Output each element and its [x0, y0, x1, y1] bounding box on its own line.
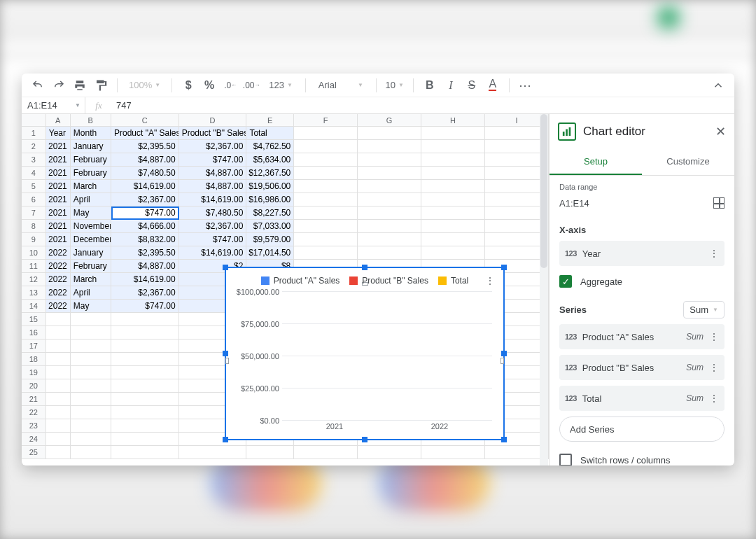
- cell[interactable]: [294, 206, 358, 220]
- cell[interactable]: [294, 167, 358, 180]
- cell[interactable]: Product "A" Sales: [111, 127, 179, 140]
- series-chip[interactable]: 123Product "A" SalesSum⋮: [559, 324, 724, 349]
- cell[interactable]: 2021: [46, 206, 71, 220]
- row-header[interactable]: 19: [22, 366, 46, 379]
- resize-handle[interactable]: [362, 265, 368, 270]
- cell[interactable]: $7,033.00: [246, 220, 294, 233]
- undo-button[interactable]: [29, 76, 47, 94]
- cell[interactable]: $4,762.50: [246, 140, 294, 153]
- cell[interactable]: $2,367.00: [111, 286, 179, 300]
- cell[interactable]: [294, 127, 358, 140]
- vertical-scrollbar[interactable]: [540, 114, 548, 465]
- cell[interactable]: [421, 153, 485, 167]
- row-header[interactable]: 12: [22, 273, 46, 286]
- formula-input[interactable]: 747: [112, 100, 734, 111]
- cell[interactable]: 2022: [46, 260, 71, 273]
- cell[interactable]: $12,367.50: [246, 167, 294, 180]
- column-header[interactable]: A: [46, 114, 71, 126]
- resize-handle[interactable]: [223, 265, 228, 270]
- cell[interactable]: $14,619.00: [179, 193, 247, 206]
- cell[interactable]: $4,666.00: [111, 220, 179, 233]
- resize-handle[interactable]: [223, 351, 228, 356]
- cell[interactable]: $14,619.00: [111, 180, 179, 193]
- cell[interactable]: [111, 379, 179, 393]
- kebab-icon[interactable]: ⋮: [709, 362, 719, 373]
- cell[interactable]: $17,014.50: [246, 246, 294, 260]
- cell[interactable]: 2022: [46, 300, 71, 313]
- format-percent-button[interactable]: %: [200, 76, 218, 94]
- cell[interactable]: [421, 233, 485, 246]
- cell[interactable]: $7,480.50: [179, 206, 247, 220]
- resize-handle[interactable]: [501, 437, 507, 442]
- cell[interactable]: [294, 246, 358, 260]
- close-sidebar-button[interactable]: ✕: [715, 124, 726, 139]
- row-header[interactable]: 7: [22, 206, 46, 220]
- cell[interactable]: $747.00: [179, 153, 247, 167]
- cell[interactable]: [46, 366, 71, 379]
- kebab-icon[interactable]: ⋮: [709, 248, 719, 259]
- cell[interactable]: 2022: [46, 273, 71, 286]
- row-header[interactable]: 24: [22, 433, 46, 446]
- cell[interactable]: [421, 140, 485, 153]
- cell[interactable]: [71, 313, 111, 326]
- cell[interactable]: [46, 393, 71, 406]
- row-header[interactable]: 5: [22, 180, 46, 193]
- cell[interactable]: Total: [246, 127, 294, 140]
- column-header[interactable]: B: [71, 114, 111, 126]
- cell[interactable]: [71, 446, 111, 459]
- cell[interactable]: [294, 140, 358, 153]
- row-header[interactable]: 2: [22, 140, 46, 153]
- xaxis-chip[interactable]: 123 Year ⋮: [559, 241, 724, 266]
- collapse-toolbar-button[interactable]: [709, 76, 727, 94]
- cell[interactable]: [71, 366, 111, 379]
- scrollbar-thumb[interactable]: [540, 114, 547, 268]
- bold-button[interactable]: B: [421, 76, 439, 94]
- cell[interactable]: April: [71, 193, 111, 206]
- paint-format-button[interactable]: [92, 76, 110, 94]
- cell[interactable]: [294, 446, 358, 459]
- text-color-button[interactable]: A: [484, 76, 502, 94]
- cell[interactable]: $8,832.00: [111, 233, 179, 246]
- cell[interactable]: $7,480.50: [111, 167, 179, 180]
- cell[interactable]: $4,887.00: [111, 260, 179, 273]
- cell[interactable]: [358, 246, 421, 260]
- cell[interactable]: [421, 446, 485, 459]
- cell[interactable]: [421, 167, 485, 180]
- cell[interactable]: February: [71, 167, 111, 180]
- cell[interactable]: 2021: [46, 167, 71, 180]
- cell[interactable]: March: [71, 180, 111, 193]
- cell[interactable]: [421, 220, 485, 233]
- cell[interactable]: [111, 393, 179, 406]
- cell[interactable]: [111, 419, 179, 433]
- crop-handle[interactable]: [500, 358, 504, 364]
- cell[interactable]: [294, 220, 358, 233]
- series-chip[interactable]: 123Product "B" SalesSum⋮: [559, 355, 724, 380]
- select-range-icon[interactable]: [713, 197, 724, 209]
- cell[interactable]: $747.00: [179, 233, 247, 246]
- cell[interactable]: [421, 246, 485, 260]
- series-chip[interactable]: 123TotalSum⋮: [559, 386, 724, 411]
- cell[interactable]: [111, 340, 179, 353]
- cell[interactable]: $9,579.00: [246, 233, 294, 246]
- cell[interactable]: [358, 233, 421, 246]
- cell[interactable]: [111, 366, 179, 379]
- chart-options-menu[interactable]: ⋮: [485, 275, 495, 286]
- cell[interactable]: [358, 127, 421, 140]
- cell[interactable]: $2,367.00: [111, 193, 179, 206]
- cell[interactable]: [358, 206, 421, 220]
- cell[interactable]: $8,227.50: [246, 206, 294, 220]
- cell[interactable]: [71, 353, 111, 366]
- cell[interactable]: [46, 340, 71, 353]
- row-header[interactable]: 10: [22, 246, 46, 260]
- add-series-button[interactable]: Add Series: [559, 416, 724, 442]
- redo-button[interactable]: [50, 76, 68, 94]
- cell[interactable]: [46, 313, 71, 326]
- cell[interactable]: 2021: [46, 233, 71, 246]
- number-format-dropdown[interactable]: 123 ▼: [263, 76, 298, 94]
- cell[interactable]: [71, 379, 111, 393]
- cell[interactable]: [111, 446, 179, 459]
- row-header[interactable]: 4: [22, 167, 46, 180]
- row-header[interactable]: 1: [22, 127, 46, 140]
- cell[interactable]: $2,395.50: [111, 246, 179, 260]
- cell[interactable]: March: [71, 273, 111, 286]
